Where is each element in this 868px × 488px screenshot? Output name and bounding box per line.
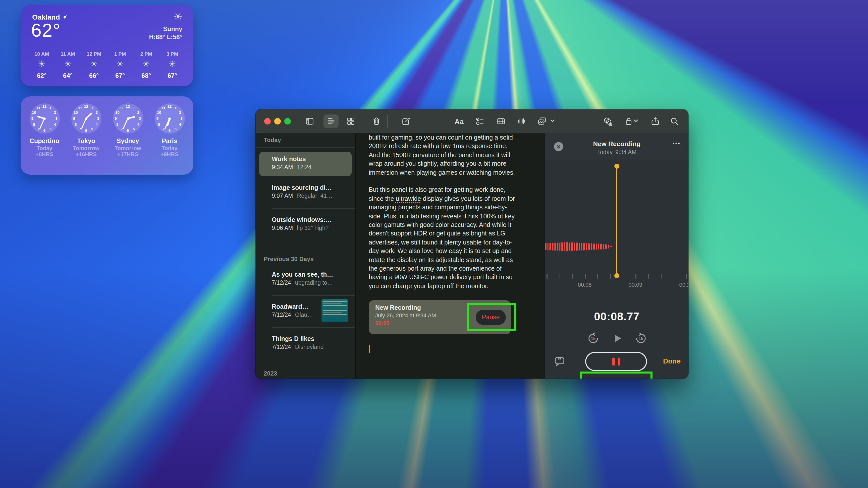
table-button[interactable] <box>493 115 508 128</box>
media-button[interactable] <box>534 115 550 128</box>
delete-note-button[interactable] <box>369 115 384 128</box>
clock-numeral: 4 <box>95 122 97 127</box>
playhead-bottom-dot[interactable] <box>614 273 619 278</box>
add-link-button[interactable] <box>600 115 615 128</box>
waveform-bar <box>569 242 570 251</box>
clock-city-label: Paris <box>162 137 177 144</box>
waveform-bar <box>608 245 609 249</box>
svg-text:15: 15 <box>639 336 644 341</box>
waveform-area[interactable]: 00:0800:0900:10 <box>545 160 688 302</box>
clock-numeral: 11 <box>78 106 82 110</box>
media-chevron-down-icon[interactable] <box>550 119 555 123</box>
note-list-item[interactable]: Roadward…7/12/24Glau… <box>256 299 355 324</box>
clock-center-pin <box>127 117 129 120</box>
hour-temp: 68° <box>135 72 157 79</box>
clock-numeral: 12 <box>42 104 47 109</box>
lock-icon <box>624 117 633 126</box>
clock-city-label: Tokyo <box>77 137 95 144</box>
clock-tokyo[interactable]: 123456789101112TokyoTomorrow+16HRS <box>65 96 107 175</box>
weather-widget[interactable]: Oakland 62° Sunny H:68° L:56° 10 AM62°11… <box>21 5 193 86</box>
waveform-bar <box>552 243 553 250</box>
recording-card-duration: 00:09 <box>375 320 389 326</box>
list-view-button[interactable] <box>323 115 339 128</box>
clock-numeral: 5 <box>91 127 93 131</box>
hour-sun-icon <box>109 60 131 69</box>
recording-panel: ✕ New Recording Today, 9:34 AM ••• 00:08… <box>545 133 688 379</box>
checklist-icon <box>475 117 485 126</box>
waveform-bar <box>565 242 566 251</box>
weather-temp: 62° <box>31 20 61 41</box>
clock-cupertino[interactable]: 123456789101112CupertinoToday+0HRS <box>24 96 65 175</box>
transcript-button[interactable]: ” <box>554 355 566 367</box>
note-text: built for gaming, so you can count on ge… <box>369 134 534 299</box>
checklist-button[interactable] <box>472 115 487 128</box>
skip-back-15-button[interactable]: 15 <box>587 332 599 345</box>
recording-panel-header: ✕ New Recording Today, 9:34 AM ••• <box>545 133 688 160</box>
clock-city-label: Cupertino <box>30 137 59 144</box>
skip-forward-15-button[interactable]: 15 <box>635 332 647 345</box>
close-traffic-light[interactable] <box>264 118 271 125</box>
note-item-time: 9:07 AM <box>272 193 293 199</box>
weather-hour-column: 1 PM67° <box>109 51 131 79</box>
timeline-tick <box>597 274 598 279</box>
note-list-item[interactable]: Work notes9:34 AM12:24 <box>259 152 352 176</box>
note-list-item[interactable]: Outside windows:…9:06 AMlip 32" high? <box>256 213 355 237</box>
clock-numeral: 9 <box>115 116 117 121</box>
hour-sun-icon <box>57 60 79 69</box>
timeline-tick <box>623 274 624 279</box>
clock-city-label: Sydney <box>117 137 139 144</box>
link-add-icon <box>603 116 613 126</box>
clock-paris[interactable]: 123456789101112ParisToday+9HRS <box>149 96 190 175</box>
sidebar-section-header: Previous 30 Days <box>256 255 355 263</box>
waveform-bar <box>574 242 575 251</box>
gallery-view-button[interactable] <box>343 115 358 128</box>
hour-label: 10 AM <box>31 51 53 57</box>
clock-numeral: 7 <box>79 127 81 131</box>
clock-numeral: 3 <box>139 116 141 121</box>
location-arrow-icon <box>62 14 68 20</box>
clock-numeral: 2 <box>137 110 139 115</box>
clock-numeral: 9 <box>73 116 75 121</box>
main-pause-button[interactable] <box>585 352 647 371</box>
waveform-bar <box>611 246 612 247</box>
clock-numeral: 6 <box>168 128 170 133</box>
done-button[interactable]: Done <box>663 357 681 365</box>
hour-sun-icon <box>31 60 53 69</box>
audio-waveform-button[interactable] <box>514 115 529 128</box>
timeline-label: 00:10 <box>679 282 688 288</box>
waveform-bar <box>591 243 592 250</box>
play-button[interactable] <box>611 332 623 345</box>
more-options-button[interactable]: ••• <box>673 140 681 146</box>
playhead-line[interactable] <box>616 166 617 275</box>
note-list-item[interactable]: Things D likes7/12/24Disneyland <box>256 331 355 356</box>
lock-chevron-down-icon[interactable] <box>633 119 639 123</box>
share-button[interactable] <box>648 115 662 128</box>
pause-bar-icon <box>618 358 620 365</box>
waveform-bar <box>570 242 571 251</box>
format-button[interactable]: Aa <box>452 115 467 128</box>
waveform-bar <box>606 244 607 249</box>
note-list-item[interactable]: As you can see, th…7/12/24upgrading to… <box>256 267 355 292</box>
sidebar-divider <box>272 295 355 296</box>
search-button[interactable] <box>666 115 682 128</box>
note-editor[interactable]: built for gaming, so you can count on ge… <box>355 133 545 379</box>
minimize-traffic-light[interactable] <box>274 118 281 125</box>
waveform-bar <box>572 242 574 251</box>
note-list-item[interactable]: Image sourcing di…9:07 AMRegular: 41… <box>256 180 355 205</box>
notes-sidebar: TodayWork notes9:34 AM12:24Image sourcin… <box>256 133 355 379</box>
new-note-button[interactable] <box>398 115 413 128</box>
hour-label: 2 PM <box>135 51 157 57</box>
clock-sydney[interactable]: 123456789101112SydneyTomorrow+17HRS <box>107 96 149 175</box>
world-clock-widget[interactable]: 123456789101112CupertinoToday+0HRS123456… <box>21 96 193 175</box>
hour-label: 1 PM <box>109 51 131 57</box>
hour-sun-icon <box>83 60 105 69</box>
note-item-meta: 9:34 AM12:24 <box>272 164 352 170</box>
share-icon <box>650 117 660 126</box>
note-item-title: Outside windows:… <box>272 217 355 223</box>
waveform-bar <box>562 242 563 251</box>
clock-offset-label: +17HRS <box>117 151 138 157</box>
zoom-traffic-light[interactable] <box>284 118 290 125</box>
waveform-bar <box>596 243 597 250</box>
sidebar-toggle-button[interactable] <box>302 115 317 128</box>
clock-numeral: 10 <box>115 110 120 115</box>
